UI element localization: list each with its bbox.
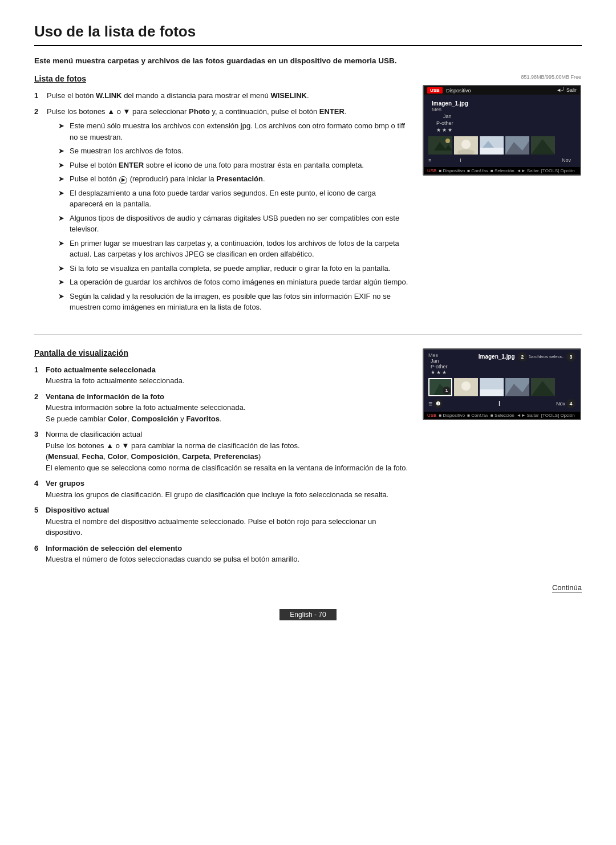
thumbnail-row bbox=[428, 136, 576, 155]
intro-text: Este menú muestra carpetas y archivos de… bbox=[34, 56, 582, 65]
item-num: 6 bbox=[34, 543, 42, 565]
thumbnail bbox=[505, 136, 529, 155]
item-num: 1 bbox=[34, 364, 42, 387]
thumbnail-selected: 1 bbox=[428, 378, 452, 396]
arrow-item: ➤Si la foto se visualiza en pantalla com… bbox=[58, 263, 408, 274]
thumbnail bbox=[531, 136, 555, 155]
pantalla-item-5: 5 Dispositivo actual Muestra el nombre d… bbox=[34, 505, 408, 538]
menu-icon: ≡ bbox=[428, 400, 432, 408]
list-item: 2 Pulse los botones ▲ o ▼ para seleccion… bbox=[34, 106, 408, 316]
tv-info-area: Mes Jan P-other ★★★ Imagen_1.jpg 2 1arch… bbox=[424, 350, 580, 378]
arrow-item: ➤Pulse el botón ▶ (reproducir) para inic… bbox=[58, 173, 408, 185]
list-content: Pulse los botones ▲ o ▼ para seleccionar… bbox=[47, 106, 408, 316]
thumbnail bbox=[428, 136, 452, 155]
thumbnail-row-2: 1 bbox=[428, 378, 576, 396]
image-filename: Imagen_1.jpg bbox=[432, 100, 572, 107]
thumbs-area-2: 1 bbox=[424, 378, 580, 412]
section2-title: Pantalla de visualización bbox=[34, 348, 408, 358]
arrow-item: ➤Pulse el botón ENTER sobre el icono de … bbox=[58, 160, 408, 171]
btn-usb: USB bbox=[427, 168, 436, 173]
thumbnail bbox=[480, 378, 504, 396]
item-num: 4 bbox=[34, 478, 42, 500]
item-content: Ventana de información de la foto Muestr… bbox=[46, 391, 408, 425]
arrow-item: ➤Se muestran los archivos de fotos. bbox=[58, 145, 408, 157]
left-labels: Mes Jan P-other ★★★ bbox=[428, 352, 448, 375]
continue-link[interactable]: Continúa bbox=[34, 583, 582, 592]
img-name2: Imagen_1.jpg bbox=[479, 354, 515, 360]
usb-button: USB bbox=[427, 87, 443, 94]
device-label: Dispositivo bbox=[446, 88, 471, 94]
arrow-item: ➤En primer lugar se muestran las carpeta… bbox=[58, 238, 408, 260]
pantalla-item-2: 2 Ventana de información de la foto Mues… bbox=[34, 391, 408, 425]
exit-label: ◄┘ Salir bbox=[556, 87, 577, 94]
nov-label2: Nov bbox=[556, 401, 565, 407]
item-content: Dispositivo actual Muestra el nombre del… bbox=[46, 505, 408, 538]
list-content: Pulse el botón W.LINK del mando a distan… bbox=[47, 90, 408, 101]
thumbnail bbox=[531, 378, 555, 396]
pantalla-item-4: 4 Ver grupos Muestra los grupos de clasi… bbox=[34, 478, 408, 500]
thumbnail bbox=[480, 136, 504, 155]
arrow-item: ➤La operación de guardar los archivos de… bbox=[58, 277, 408, 288]
item-num: 2 bbox=[34, 391, 42, 425]
stars-label2: ★★★ bbox=[428, 369, 448, 375]
arrow-list: ➤Este menú sólo muestra los archivos con… bbox=[47, 120, 408, 313]
page-number: English - 70 bbox=[279, 609, 336, 620]
tv-screen-2: Mes Jan P-other ★★★ Imagen_1.jpg 2 1arch… bbox=[422, 348, 582, 570]
page-number-bar: English - 70 bbox=[34, 609, 582, 620]
info-panel: Imagen_1.jpg Mes Jan P-other ★★★ bbox=[428, 98, 576, 136]
jan-label: Jan bbox=[432, 113, 452, 119]
annotation-4: 4 bbox=[566, 399, 576, 408]
selected-count: 1archivos selecc. bbox=[529, 354, 564, 359]
item-content: Foto actualmente seleccionada Muestra la… bbox=[46, 364, 408, 387]
arrow-item: ➤Este menú sólo muestra los archivos con… bbox=[58, 120, 408, 143]
jan-label2: Jan bbox=[428, 358, 448, 364]
p-other-label: P-other bbox=[432, 120, 453, 126]
mes-label: Mes bbox=[428, 352, 448, 358]
item-content: Norma de clasificación actual Pulse los … bbox=[46, 429, 408, 473]
annotation-1: 1 bbox=[443, 387, 451, 395]
item-num: 5 bbox=[34, 505, 42, 538]
tv-info-left: Mes Jan P-other ★★★ bbox=[428, 352, 448, 375]
tv-content-area: Imagen_1.jpg Mes Jan P-other ★★★ bbox=[424, 95, 580, 167]
list-item: 1 Pulse el botón W.LINK del mando a dist… bbox=[34, 90, 408, 101]
stars-label: ★★★ bbox=[432, 127, 453, 133]
section1-title: Lista de fotos bbox=[34, 74, 408, 83]
annotation-3: 3 bbox=[566, 352, 576, 361]
tv-nav-row: ≡ I Nov bbox=[428, 156, 576, 164]
tv-bottombar: USB ■ Dispositivo ■ Conf.fav ■ Selección… bbox=[424, 167, 580, 174]
p-other-label2: P-other bbox=[428, 364, 448, 369]
svg-point-4 bbox=[461, 140, 471, 149]
nav-bar-sep: I bbox=[443, 400, 556, 408]
item-num: 3 bbox=[34, 429, 42, 473]
svg-rect-18 bbox=[480, 389, 504, 396]
tv-screen-1: 851.98MB/995.00MB Free USB Dispositivo ◄… bbox=[422, 74, 582, 320]
page-title: Uso de la lista de fotos bbox=[34, 23, 582, 46]
list-num: 1 bbox=[34, 90, 43, 101]
item-content: Ver grupos Muestra los grupos de clasifi… bbox=[46, 478, 408, 500]
tv-display-1: USB Dispositivo ◄┘ Salir Imagen_1.jpg Me… bbox=[423, 85, 581, 176]
tv-display-2: Mes Jan P-other ★★★ Imagen_1.jpg 2 1arch… bbox=[423, 348, 581, 420]
arrow-item: ➤Algunos tipos de dispositivos de audio … bbox=[58, 213, 408, 235]
continue-label: Continúa bbox=[552, 583, 582, 592]
storage-info: 851.98MB/995.00MB Free bbox=[423, 74, 581, 80]
tv-topbar: USB Dispositivo ◄┘ Salir bbox=[424, 86, 580, 95]
tv-bottombar-2: USB ■ Dispositivo ■ Conf.fav ■ Selección… bbox=[424, 412, 580, 419]
section2: Pantalla de visualización 1 Foto actualm… bbox=[34, 348, 582, 570]
tv-info-right: Imagen_1.jpg 2 1archivos selecc. 3 bbox=[479, 352, 576, 361]
pantalla-item-6: 6 Información de selección del elemento … bbox=[34, 543, 408, 565]
svg-point-16 bbox=[461, 381, 471, 391]
thumbnail bbox=[505, 378, 529, 396]
thumbnail bbox=[454, 378, 478, 396]
arrow-item: ➤El desplazamiento a una foto puede tard… bbox=[58, 188, 408, 210]
btn-usb2: USB bbox=[427, 413, 436, 418]
thumbnail bbox=[454, 136, 478, 155]
pantalla-item-1: 1 Foto actualmente seleccionada Muestra … bbox=[34, 364, 408, 387]
list-num: 2 bbox=[34, 106, 43, 316]
item-content: Información de selección del elemento Mu… bbox=[46, 543, 408, 565]
svg-point-2 bbox=[445, 139, 450, 143]
pantalla-item-3: 3 Norma de clasificación actual Pulse lo… bbox=[34, 429, 408, 473]
annotation-2: 2 bbox=[518, 352, 527, 361]
nov-label: Nov bbox=[562, 157, 571, 163]
month-label: Mes bbox=[432, 107, 449, 112]
annotation-circle-3: ❸ bbox=[433, 399, 443, 408]
